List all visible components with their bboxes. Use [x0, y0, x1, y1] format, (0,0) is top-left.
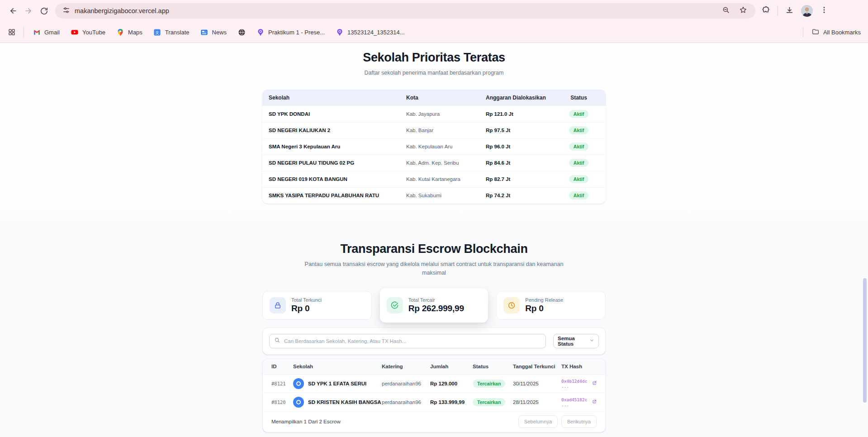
bookmark-item[interactable]: 13523124_1352314...	[332, 26, 409, 38]
page-scrollbar[interactable]	[863, 278, 867, 403]
school-name: SD YPK DONDAI	[269, 111, 406, 117]
bookmark-item[interactable]: Gmail	[28, 26, 64, 38]
col-kota: Kota	[406, 95, 486, 101]
status-badge: Tercairkan	[473, 380, 505, 388]
bookmark-item[interactable]: Praktikum 1 - Prese...	[252, 26, 329, 38]
clock-icon	[503, 297, 520, 314]
school-city: Kab. Sukabumi	[406, 193, 486, 198]
school-budget: Rp 96.0 Jt	[486, 144, 558, 149]
escrow-subtitle: Pantau semua transaksi escrow yang dikel…	[294, 260, 574, 277]
all-bookmarks-label[interactable]: All Bookmarks	[823, 29, 861, 36]
lock-icon	[270, 297, 286, 314]
folder-icon	[811, 28, 820, 37]
next-page-button[interactable]: Berikutnya	[561, 415, 597, 428]
school-budget: Rp 82.7 Jt	[486, 176, 558, 182]
school-city: Kab. Kepulauan Aru	[406, 144, 486, 149]
menu-icon[interactable]	[820, 6, 828, 16]
stat-label: Pending Release	[525, 297, 563, 303]
maps-icon	[116, 28, 124, 36]
search-icon	[274, 337, 280, 345]
star-icon[interactable]	[739, 6, 747, 16]
school-avatar-icon	[293, 397, 304, 408]
priority-table-row: SD NEGERI 019 KOTA BANGUN Kab. Kutai Kar…	[262, 171, 606, 187]
col-tanggal: Tanggal Terkunci	[513, 364, 561, 369]
priority-table-row: SD NEGERI PULAU TIDUNG 02 PG Kab. Adm. K…	[262, 155, 606, 171]
escrow-caterer: perdanaraihan96	[382, 381, 430, 386]
priority-subtitle: Daftar sekolah penerima manfaat berdasar…	[0, 69, 868, 77]
school-city: Kab. Banjar	[406, 128, 486, 133]
download-icon[interactable]	[785, 6, 794, 16]
bookmark-item[interactable]: YouTube	[66, 26, 109, 38]
url-bar[interactable]: makanbergizigabocor.vercel.app	[55, 3, 755, 19]
stat-value: Rp 0	[291, 304, 322, 314]
status-filter-select[interactable]: Semua Status	[553, 334, 599, 348]
priority-table: Sekolah Kota Anggaran Dialokasikan Statu…	[262, 90, 606, 204]
bookmarks-right-divider	[803, 27, 803, 37]
escrow-date: 28/11/2025	[513, 399, 561, 405]
zoom-icon[interactable]	[722, 6, 730, 16]
tx-hash-link[interactable]: 0x4b12d4dc ...	[561, 379, 597, 389]
status-badge: Aktif	[569, 175, 588, 183]
priority-table-row: SMA Negeri 3 Kepulauan Aru Kab. Kepulaua…	[262, 138, 606, 155]
bookmark-item[interactable]: 文 Translate	[149, 26, 194, 38]
status-badge: Aktif	[569, 110, 588, 118]
pagination-info: Menampilkan 1 Dari 2 Escrow	[271, 419, 341, 424]
priority-table-row: SD NEGERI KALIUKAN 2 Kab. Banjar Rp 97.5…	[262, 122, 606, 138]
bookmarks-divider	[24, 27, 24, 38]
status-badge: Aktif	[569, 191, 588, 200]
url-text[interactable]: makanbergizigabocor.vercel.app	[75, 7, 722, 14]
browser-toolbar: makanbergizigabocor.vercel.app	[0, 0, 868, 22]
bookmark-label: Translate	[165, 29, 190, 36]
escrow-stats: Total Terkunci Rp 0 Total Tercair Rp 262…	[262, 288, 606, 323]
back-icon[interactable]	[5, 3, 21, 19]
stat-card: Total Terkunci Rp 0	[262, 291, 372, 320]
col-status: Status	[473, 364, 513, 369]
bookmark-label: Maps	[128, 29, 142, 36]
school-name: SD NEGERI PULAU TIDUNG 02 PG	[269, 160, 406, 166]
bookmark-item[interactable]: Maps	[112, 26, 147, 38]
search-input[interactable]: Cari Berdasarkan Sekolah, Katering, Atau…	[269, 334, 546, 348]
stat-value: Rp 0	[525, 304, 563, 314]
school-name: SD NEGERI KALIUKAN 2	[269, 128, 406, 133]
profile-avatar[interactable]	[801, 5, 813, 17]
svg-text:文: 文	[156, 30, 160, 34]
col-anggaran: Anggaran Dialokasikan	[486, 95, 558, 101]
check-circle-icon	[387, 297, 403, 314]
external-link-icon	[592, 399, 597, 405]
tx-hash-text: 0xad45182c ...	[561, 397, 590, 407]
external-link-icon	[592, 381, 597, 386]
stat-value: Rp 262.999,99	[408, 304, 464, 314]
school-budget: Rp 97.5 Jt	[486, 128, 558, 133]
school-city: Kab. Jayapura	[406, 111, 486, 117]
priority-section: Sekolah Prioritas Teratas Daftar sekolah…	[0, 43, 868, 225]
forward-icon[interactable]	[21, 3, 36, 19]
globe-icon	[237, 28, 246, 36]
bookmark-label: Gmail	[44, 29, 60, 36]
stat-card: Pending Release Rp 0	[496, 291, 606, 320]
reload-icon[interactable]	[36, 3, 52, 19]
status-badge: Aktif	[569, 126, 588, 134]
school-budget: Rp 74.2 Jt	[486, 193, 558, 198]
escrow-table-header: ID Sekolah Katering Jumlah Status Tangga…	[263, 359, 605, 375]
gmail-icon	[33, 28, 41, 36]
priority-table-row: SD YPK DONDAI Kab. Jayapura Rp 121.0 Jt …	[262, 106, 606, 122]
escrow-id: #8120	[271, 399, 293, 405]
bookmark-label: Praktikum 1 - Prese...	[268, 29, 325, 36]
school-city: Kab. Kutai Kartanegara	[406, 176, 486, 182]
school-budget: Rp 121.0 Jt	[486, 111, 558, 117]
col-katering: Katering	[382, 364, 430, 369]
extensions-icon[interactable]	[762, 6, 770, 16]
tx-hash-text: 0x4b12d4dc ...	[561, 379, 590, 389]
status-badge: Aktif	[569, 142, 588, 151]
chevron-down-icon	[589, 338, 594, 344]
escrow-id: #8121	[271, 381, 293, 386]
apps-grid-icon[interactable]	[5, 26, 18, 38]
tx-hash-link[interactable]: 0xad45182c ...	[561, 397, 597, 407]
status-badge: Tercairkan	[473, 398, 505, 406]
school-avatar-icon	[293, 378, 304, 389]
bookmark-item[interactable]	[233, 26, 250, 38]
prev-page-button[interactable]: Sebelumnya	[518, 415, 558, 428]
bookmark-item[interactable]: News	[196, 26, 231, 38]
priority-table-header: Sekolah Kota Anggaran Dialokasikan Statu…	[262, 90, 606, 106]
tune-icon[interactable]	[62, 6, 70, 16]
